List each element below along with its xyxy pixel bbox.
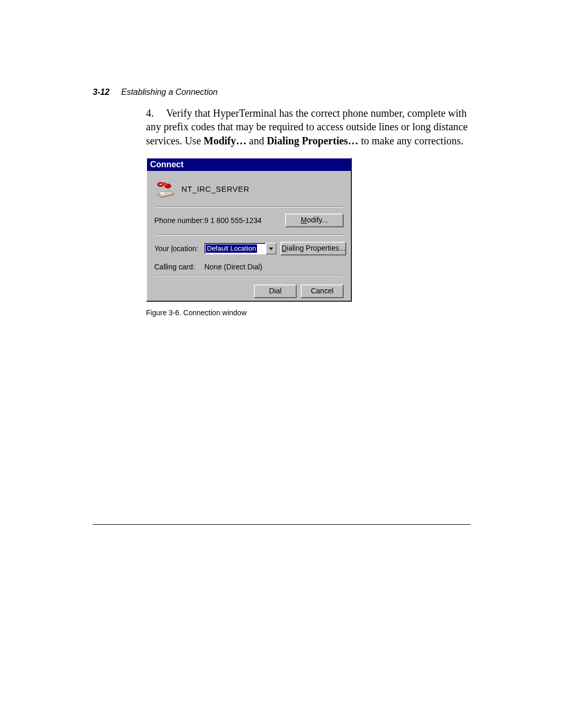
page-header: 3-12 Establishing a Connection <box>93 88 218 97</box>
modify-button[interactable]: Modify... <box>285 214 344 227</box>
section-title: Establishing a Connection <box>121 88 217 96</box>
calling-card-value: None (Direct Dial) <box>204 263 344 271</box>
dialog-titlebar: Connect <box>147 158 351 171</box>
step-text-c: to make any corrections. <box>358 135 463 146</box>
phone-number-label: Phone number: <box>154 216 204 225</box>
location-dropdown-button[interactable] <box>266 243 276 254</box>
telephone-icon <box>154 179 175 198</box>
connect-dialog: Connect NT_IRC_SERVER Phone number: 9 <box>146 157 352 302</box>
chevron-down-icon <box>269 248 273 250</box>
step-bold-dialprops: Dialing Properties… <box>267 135 359 146</box>
connection-name: NT_IRC_SERVER <box>181 184 249 193</box>
location-combobox[interactable]: Default Location <box>204 243 276 254</box>
dial-button[interactable]: Dial <box>254 285 297 298</box>
svg-point-6 <box>160 184 162 186</box>
separator <box>154 275 344 276</box>
cancel-button[interactable]: Cancel <box>301 285 344 298</box>
phone-number-value: 9 1 800 555-1234 <box>204 216 281 225</box>
separator <box>154 206 344 207</box>
location-label: Your location: <box>154 244 204 253</box>
step-text-b: and <box>247 135 267 146</box>
instruction-step: 4. Verify that HyperTerminal has the cor… <box>146 106 469 147</box>
calling-card-label: Calling card: <box>154 263 204 271</box>
footer-rule <box>93 524 470 525</box>
page-number: 3-12 <box>93 88 109 96</box>
step-bold-modify: Modify… <box>204 135 247 146</box>
location-combobox-input[interactable]: Default Location <box>204 243 266 254</box>
svg-point-3 <box>160 192 166 195</box>
step-number: 4. <box>146 106 164 120</box>
separator <box>154 235 344 236</box>
location-selected: Default Location <box>206 244 257 253</box>
figure-caption: Figure 3-6. Connection window <box>146 309 247 317</box>
dialing-properties-button[interactable]: Dialing Properties... <box>280 242 346 255</box>
